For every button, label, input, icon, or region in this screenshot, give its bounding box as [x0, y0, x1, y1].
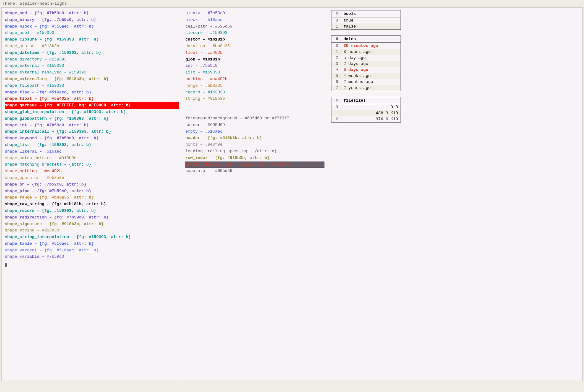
right-column: # bools 0 true 1 false # dates: [328, 8, 582, 381]
list-item: string – #918b3b: [185, 96, 324, 102]
list-item: shape_redirection – {fg: #7b59c0, attr: …: [5, 214, 179, 221]
filesizes-table: # filesizes 0 0 B 1 488.3 KiB 2 976.6 Ki…: [331, 97, 401, 123]
table-cell-num: 0: [331, 17, 341, 24]
list-item: list – #159393: [185, 69, 324, 76]
table-cell-val: 0 B: [341, 104, 401, 111]
list-item: shape_externalarg – {fg: #918b3b, attr: …: [5, 76, 179, 83]
list-item: shape_binary – {fg: #7b59c0, attr: b}: [5, 17, 179, 23]
table-cell-val: 3 hours ago: [341, 49, 401, 55]
theme-label: Theme: atelier-heath-light: [0, 0, 584, 7]
table-row: 0 0 B: [331, 104, 401, 111]
table-cell-val: false: [341, 23, 401, 30]
list-item: shape_globpattern – {fg: #159393, attr: …: [5, 116, 179, 122]
table-row: 0 true: [331, 17, 401, 24]
list-item: glob – #1b181b: [185, 56, 324, 63]
middle-column: binary – #7b59c0 block – #516aec cell-pa…: [182, 8, 328, 381]
table-cell-num: 1: [331, 49, 341, 55]
list-item: shape_external_resolved – #159393: [5, 69, 179, 76]
list-item: leading_trailing_space_bg – {attr: n}: [185, 148, 324, 155]
list-item: row_index – {fg: #918b3b, attr: b}: [185, 155, 324, 161]
dates-table-header-val: dates: [341, 36, 401, 43]
cursor: [5, 263, 7, 267]
list-item: shape_keyword – {fg: #7b59c0, attr: b}: [5, 135, 179, 142]
bools-table: # bools 0 true 1 false: [331, 10, 401, 30]
list-item: shape_vardecl – {fg: #516aec, attr: u}: [5, 247, 179, 254]
list-item: shape_variable – #7b59c0: [5, 254, 179, 260]
table-cell-val: 976.6 KiB: [341, 116, 401, 123]
table-cell-num: 0: [331, 104, 341, 111]
list-item: shape_matching_brackets – {attr: u}: [5, 161, 179, 168]
list-item: shape_closure – {fg: #159393, attr: b}: [5, 36, 179, 43]
list-item: cell-path – #695d69: [185, 23, 324, 30]
list-item: shape_external – #159393: [5, 63, 179, 69]
list-item: hints – #9e8f9e: [185, 142, 324, 148]
table-cell-num: 0: [331, 43, 341, 49]
list-item: shape_bool – #159393: [5, 30, 179, 36]
list-item: shape_int – {fg: #7b59c0, attr: b}: [5, 122, 179, 129]
table-row: 1 488.3 KiB: [331, 110, 401, 116]
list-item: shape_datetime – {fg: #159393, attr: b}: [5, 50, 179, 56]
table-cell-val: 30 minutes ago: [341, 43, 401, 49]
list-item: cursor – #695d69: [185, 122, 324, 129]
table-cell-num: 1: [331, 110, 341, 116]
list-item: shape_match_pattern – #918b3b: [5, 155, 179, 162]
table-cell-num: 2: [331, 116, 341, 123]
table-cell-num: 4: [331, 67, 341, 73]
list-item: shape_float – {fg: #ca402b, attr: b}: [5, 96, 179, 102]
list-item: shape_pipe – {fg: #7b59c0, attr: b}: [5, 188, 179, 195]
list-item: shape_filepath – #159393: [5, 83, 179, 89]
table-cell-val: 5 days ago: [341, 67, 401, 73]
table-row: 2 976.6 KiB: [331, 116, 401, 123]
list-item: closure – #159393: [185, 30, 324, 36]
table-cell-num: 6: [331, 79, 341, 85]
list-item: nothing – #ca402b: [185, 76, 324, 83]
list-item: shape_record – {fg: #159393, attr: b}: [5, 208, 179, 214]
list-item: range – #bb8a35: [185, 83, 324, 89]
table-cell-val: true: [341, 17, 401, 24]
list-item: shape_raw_string – {fg: #1b181b, attr: b…: [5, 201, 179, 208]
table-row: 7 2 years ago: [331, 85, 401, 91]
list-item: shape_signature – {fg: #918b3b, attr: b}: [5, 221, 179, 228]
table-cell-num: 7: [331, 85, 341, 91]
main-container: shape_and – {fg: #7b59c0, attr: b} shape…: [1, 7, 583, 381]
filesizes-table-header-num: #: [331, 97, 341, 104]
table-row: 0 30 minutes ago: [331, 43, 401, 49]
filesizes-table-header-val: filesizes: [341, 97, 401, 104]
table-cell-val: 2 years ago: [341, 85, 401, 91]
list-item: shape_or – {fg: #7b59c0, attr: b}: [5, 181, 179, 188]
list-item: shape_internalcall – {fg: #159393, attr:…: [5, 129, 179, 135]
table-row: 2 a day ago: [331, 55, 401, 61]
table-cell-val: a day ago: [341, 55, 401, 61]
list-item: shape_custom – #918b3b: [5, 43, 179, 50]
table-cell-val: 4 weeks ago: [341, 73, 401, 79]
list-item: shape_flag – {fg: #516aec, attr: b}: [5, 89, 179, 96]
bools-table-header-val: bools: [341, 10, 401, 17]
list-item: foreground/background – #695d69 on #f7f3…: [185, 115, 324, 122]
list-item: custom – #1b181b: [185, 36, 324, 43]
list-item: shape_nothing – #ca402b: [5, 168, 179, 175]
table-row: 4 5 days ago: [331, 67, 401, 73]
bools-table-header-num: #: [331, 10, 341, 17]
table-row: 6 2 months ago: [331, 79, 401, 85]
table-cell-num: 5: [331, 73, 341, 79]
table-cell-num: 2: [331, 55, 341, 61]
list-item: shape_literal – #516aec: [5, 149, 179, 155]
list-item: separator – #695d69: [185, 168, 324, 174]
list-item: int – #7b59c0: [185, 63, 324, 69]
list-item-garbage: shape_garbage – {fg: #FFFFFF, bg: #FF000…: [5, 102, 179, 109]
list-item: shape_range – {fg: #bb8a35, attr: b}: [5, 194, 179, 201]
table-row: 1 false: [331, 23, 401, 30]
left-column: shape_and – {fg: #7b59c0, attr: b} shape…: [2, 8, 182, 381]
list-item: float – #ca402b: [185, 50, 324, 56]
list-item: shape_table – {fg: #516aec, attr: b}: [5, 241, 179, 247]
table-row: 1 3 hours ago: [331, 49, 401, 55]
list-item: shape_string_interpolation – {fg: #15939…: [5, 234, 179, 241]
list-item: binary – #7b59c0: [185, 10, 324, 17]
list-item: empty – #516aec: [185, 129, 324, 135]
list-item: shape_operator – #bb8a35: [5, 175, 179, 181]
list-item: duration – #bb8a35: [185, 43, 324, 50]
list-item: shape_and – {fg: #7b59c0, attr: b}: [5, 10, 179, 17]
table-cell-num: 1: [331, 23, 341, 30]
table-cell-val: 2 months ago: [341, 79, 401, 85]
dates-table-header-num: #: [331, 36, 341, 43]
